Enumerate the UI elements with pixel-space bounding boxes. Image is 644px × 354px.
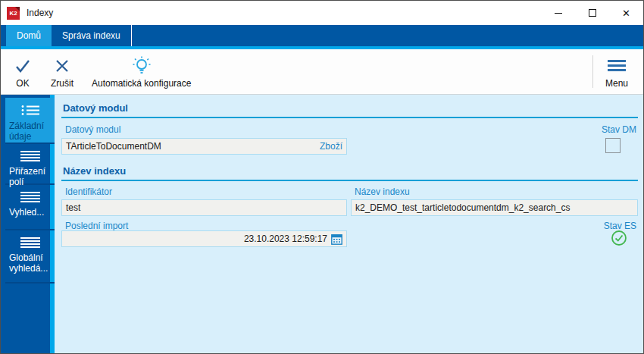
- datovy-modul-label: Datový modul: [65, 124, 120, 135]
- menu-label: Menu: [605, 78, 628, 89]
- datovy-modul-link[interactable]: Zboží: [320, 141, 342, 152]
- cancel-x-icon: [53, 55, 71, 77]
- window-title: Indexy: [27, 8, 53, 18]
- lightbulb-icon: [131, 55, 152, 77]
- section-underline: [61, 180, 638, 181]
- sidebar-item-vyhledavani[interactable]: Vyhled...: [5, 185, 55, 230]
- status-ok-icon: [611, 230, 627, 246]
- form-content: Datový modul Datový modul TArticleToDocu…: [55, 95, 643, 353]
- calendar-icon[interactable]: [331, 233, 342, 245]
- sidebar-items: Základní údaje Přiřazení polí: [5, 98, 55, 284]
- sidebar-item-label: Přiřazení polí: [8, 166, 52, 187]
- ribbon-tabbar: Domů Správa indexu: [1, 25, 643, 46]
- bullet-list-icon: [8, 105, 52, 116]
- maximize-button[interactable]: [575, 1, 609, 25]
- identifikator-label: Identifikátor: [65, 186, 112, 197]
- sidebar-item-prirazeni-poli[interactable]: Přiřazení polí: [5, 144, 55, 185]
- sidebar-item-label: Vyhled...: [8, 207, 52, 218]
- k2-logo-icon: K2: [7, 7, 20, 20]
- list-lines-icon: [8, 237, 52, 248]
- close-button[interactable]: ✕: [609, 1, 643, 25]
- posledni-import-label: Poslední import: [65, 221, 128, 231]
- toolbar-spacer: [200, 49, 592, 94]
- identifikator-field[interactable]: test: [61, 199, 347, 216]
- cancel-button[interactable]: Zrušit: [42, 49, 83, 94]
- toolbar: OK Zrušit: [1, 49, 643, 95]
- sidebar: Základní údaje Přiřazení polí: [1, 95, 55, 353]
- minimize-button[interactable]: [541, 1, 575, 25]
- posledni-import-field[interactable]: 23.10.2023 12:59:17: [61, 230, 347, 247]
- tab-domu[interactable]: Domů: [6, 25, 52, 46]
- section-underline: [61, 117, 638, 118]
- sidebar-item-zakladni-udaje[interactable]: Základní údaje: [5, 98, 55, 144]
- nazev-indexu-value: k2_DEMO_test_tarticletodocumentdm_k2_sea…: [355, 202, 570, 213]
- maximize-icon: [589, 9, 596, 17]
- hamburger-icon: [608, 55, 626, 77]
- check-icon: [13, 55, 33, 77]
- app-window: K2 Indexy ✕ Domů Správa indexu OK Zrušit: [0, 0, 644, 354]
- minimize-icon: [555, 13, 562, 14]
- menu-button[interactable]: Menu: [593, 49, 640, 94]
- nazev-indexu-label: Název indexu: [355, 186, 410, 197]
- ok-label: OK: [16, 78, 29, 89]
- ok-button[interactable]: OK: [4, 49, 42, 94]
- stav-dm-checkbox[interactable]: [605, 138, 621, 153]
- nazev-indexu-field[interactable]: k2_DEMO_test_tarticletodocumentdm_k2_sea…: [351, 199, 638, 216]
- datovy-modul-field[interactable]: TArticleToDocumentDM Zboží: [61, 138, 347, 155]
- sidebar-item-globalni-vyhledavani[interactable]: Globální vyhledá...: [5, 230, 55, 284]
- datovy-modul-value: TArticleToDocumentDM: [66, 141, 161, 152]
- tab-sprava-indexu[interactable]: Správa indexu: [52, 25, 132, 46]
- cancel-label: Zrušit: [51, 78, 73, 89]
- sidebar-item-label: Základní údaje: [8, 121, 52, 142]
- section-title-nazev-indexu: Název indexu: [63, 165, 126, 177]
- sidebar-item-label: Globální vyhledá...: [8, 252, 52, 274]
- window-controls: ✕: [541, 1, 643, 25]
- titlebar: K2 Indexy ✕: [1, 1, 643, 25]
- stav-dm-label: Stav DM: [602, 124, 636, 135]
- auto-config-label: Automatická konfigurace: [92, 78, 191, 89]
- section-title-datovy-modul: Datový modul: [63, 102, 128, 114]
- list-lines-icon: [8, 151, 52, 161]
- app-body: Základní údaje Přiřazení polí: [1, 95, 643, 353]
- list-lines-icon: [8, 192, 52, 202]
- identifikator-value: test: [66, 202, 80, 213]
- close-icon: ✕: [622, 8, 630, 18]
- posledni-import-value: 23.10.2023 12:59:17: [244, 233, 327, 244]
- auto-config-button[interactable]: Automatická konfigurace: [83, 49, 200, 94]
